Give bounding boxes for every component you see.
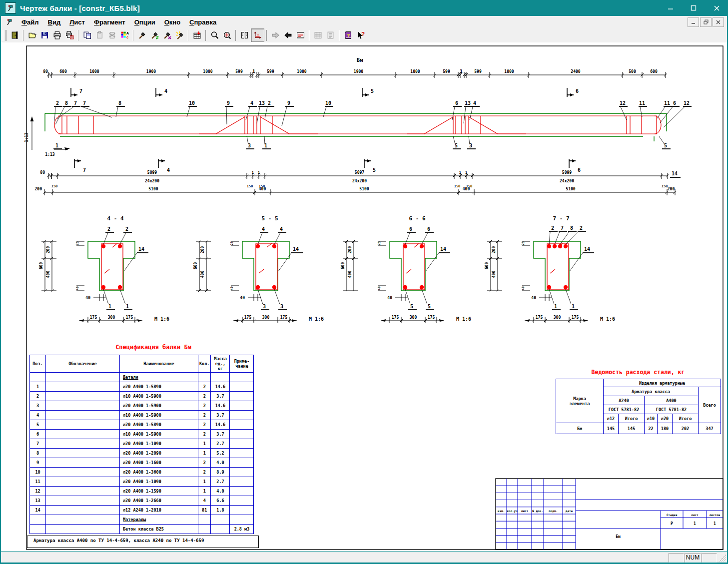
app-icon[interactable]: [5, 2, 16, 13]
resize-grip[interactable]: [719, 555, 726, 562]
svg-text:500: 500: [629, 69, 636, 74]
svg-text:4: 4: [167, 167, 170, 173]
palette-button[interactable]: Ac: [118, 29, 131, 41]
print-copies-button[interactable]: [63, 29, 76, 41]
svg-text:лист: лист: [691, 513, 699, 517]
menu-Фрагмент[interactable]: Фрагмент: [89, 17, 130, 27]
mdi-restore-button[interactable]: [700, 17, 712, 27]
table-row: 14⌀12 А240 1-2010811.8: [30, 506, 254, 515]
svg-text:5100: 5100: [359, 187, 369, 191]
svg-text:200: 200: [200, 246, 205, 254]
zoom-point-icon: [223, 31, 231, 39]
svg-text:2: 2: [125, 226, 128, 232]
svg-text:М 1:6: М 1:6: [456, 316, 471, 322]
drawing-canvas[interactable]: Бм80600100019001000599115991000190010005…: [1, 42, 727, 551]
dialog-size-button[interactable]: [238, 29, 251, 41]
svg-text:40: 40: [377, 286, 381, 290]
svg-text:9: 9: [287, 100, 290, 106]
svg-text:300: 300: [108, 315, 115, 320]
svg-text:25: 25: [75, 241, 79, 245]
maximize-button[interactable]: [682, 0, 705, 16]
menu-Лист[interactable]: Лист: [65, 17, 89, 27]
toolbar-grip[interactable]: [2, 30, 6, 41]
close-button[interactable]: [705, 0, 728, 16]
table-grid-button[interactable]: [312, 29, 324, 41]
svg-text:200: 200: [35, 187, 42, 191]
menu-Файл[interactable]: Файл: [17, 17, 43, 27]
svg-text:4 - 4: 4 - 4: [107, 215, 123, 222]
context-help-button[interactable]: ?: [354, 29, 367, 41]
svg-text:599: 599: [267, 69, 274, 74]
svg-text:11: 11: [639, 100, 645, 106]
table-list-button[interactable]: [324, 29, 337, 41]
table-row: Бетон класса В252.8 м3: [30, 525, 254, 534]
build-auto-button[interactable]: [173, 29, 186, 41]
menu-Окно[interactable]: Окно: [160, 17, 185, 27]
svg-text:1: 1: [258, 171, 260, 175]
menu-Вид[interactable]: Вид: [43, 17, 65, 27]
prev-arrow-button[interactable]: [282, 29, 294, 41]
svg-text:14: 14: [293, 246, 299, 252]
svg-text:2: 2: [268, 100, 271, 106]
mdi-minimize-button[interactable]: [688, 17, 699, 27]
svg-text:1: 1: [55, 143, 58, 148]
menu-Справка[interactable]: Справка: [185, 17, 221, 27]
toolbar-separator: [133, 30, 134, 41]
minimize-icon: [668, 5, 674, 11]
menu-Опции[interactable]: Опции: [130, 17, 160, 27]
svg-text:Р: Р: [671, 522, 673, 526]
svg-text:600: 600: [193, 262, 198, 270]
build-erase-button[interactable]: [161, 29, 173, 41]
svg-text:1: 1: [465, 171, 467, 175]
svg-text:2400: 2400: [571, 69, 580, 74]
context-help-icon: ?: [356, 31, 365, 39]
zoom-button[interactable]: [208, 29, 221, 41]
svg-text:24x200: 24x200: [560, 179, 574, 183]
svg-text:40: 40: [521, 286, 525, 290]
svg-text:1000: 1000: [203, 69, 212, 74]
svg-text:5 - 5: 5 - 5: [261, 215, 278, 222]
exit-button[interactable]: [8, 29, 21, 41]
sheet-form-icon: [296, 31, 305, 39]
svg-text:150: 150: [51, 184, 58, 188]
open-button[interactable]: [26, 29, 38, 41]
sheet-form-button[interactable]: [294, 29, 307, 41]
mdi-restore-icon: [704, 19, 709, 24]
svg-text:2: 2: [107, 226, 110, 232]
svg-text:300: 300: [554, 315, 561, 320]
build-hammer-button[interactable]: [136, 29, 148, 41]
svg-text:7: 7: [79, 88, 82, 94]
spec-note: Арматура класса А400 по ТУ 14-4-659, кла…: [27, 536, 259, 548]
table-row: 7⌀20 А400 1-109012.7: [30, 439, 254, 449]
build-refresh-button[interactable]: [148, 29, 161, 41]
copy-fragment-button[interactable]: [81, 29, 93, 41]
print-icon: [53, 31, 61, 39]
minimize-button[interactable]: [659, 0, 682, 16]
svg-text:М 1:6: М 1:6: [600, 316, 615, 322]
build-auto-icon: [175, 31, 184, 39]
next-arrow-button[interactable]: [269, 29, 282, 41]
mdi-close-button[interactable]: [713, 17, 724, 27]
print-button[interactable]: [51, 29, 63, 41]
help-button[interactable]: ?: [342, 29, 354, 41]
zoom-point-button[interactable]: [221, 29, 233, 41]
svg-text:175: 175: [428, 315, 435, 320]
svg-text:200: 200: [668, 187, 675, 191]
maximize-icon: [691, 5, 697, 11]
table-import-button[interactable]: [191, 29, 203, 41]
coordinates-button[interactable]: [251, 28, 264, 42]
svg-text:175: 175: [90, 315, 97, 320]
save-button[interactable]: [38, 29, 51, 41]
delete-fragment-button[interactable]: [106, 29, 118, 41]
svg-text:24x200: 24x200: [145, 179, 159, 183]
table-row: 6⌀10 А400 1-590023.7: [30, 430, 254, 439]
paste-fragment-button[interactable]: [93, 29, 106, 41]
spec-header: Наименование: [120, 355, 198, 373]
coordinates-icon: [253, 31, 262, 39]
svg-text:Бм: Бм: [356, 57, 363, 63]
svg-text:24x200: 24x200: [352, 179, 367, 183]
table-row: 8⌀20 А400 1-209015.2: [30, 449, 254, 458]
spec-table-title: Спецификация балки Бм: [76, 344, 231, 351]
svg-text:2: 2: [580, 225, 583, 231]
svg-text:5: 5: [371, 88, 374, 94]
